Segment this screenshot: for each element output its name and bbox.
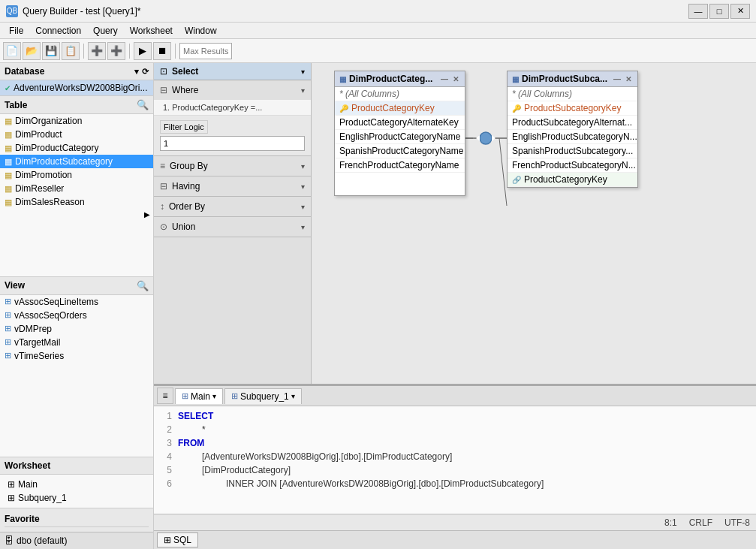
- sql-inner-join: INNER JOIN [AdventureWorksDW2008BigOrig]…: [178, 477, 544, 490]
- view-name: vTimeSeries: [14, 351, 64, 361]
- table-item-dimreseller[interactable]: ▦ DimReseller: [0, 182, 153, 195]
- toolbar-save[interactable]: 💾: [42, 42, 60, 60]
- card2-close-btn[interactable]: ✕: [624, 75, 633, 83]
- sql-tab[interactable]: ⊞ SQL: [157, 532, 198, 547]
- union-header[interactable]: ⊙ Union ▾: [154, 217, 311, 237]
- table-item-dimproductcategory[interactable]: ▦ DimProductCategory: [0, 141, 153, 155]
- view-name: vDMPrep: [14, 324, 52, 334]
- toolbar-sep1: [83, 44, 84, 59]
- worksheet-item-main[interactable]: ⊞ Main: [5, 478, 149, 491]
- worksheet-item-subquery1[interactable]: ⊞ Subquery_1: [5, 491, 149, 505]
- table-name: DimSalesReason: [15, 197, 85, 207]
- menu-bar: File Connection Query Worksheet Window: [0, 23, 756, 39]
- toolbar-add-view[interactable]: ➕: [107, 42, 125, 60]
- card2-row-french[interactable]: FrenchProductSubcategoryN...: [508, 158, 637, 173]
- table-search-icon[interactable]: 🔍: [137, 99, 149, 110]
- card2-all-cols[interactable]: * (All Columns): [508, 87, 637, 101]
- filter-logic-label: Filter Logic: [160, 120, 208, 134]
- line-num: 4: [157, 450, 172, 463]
- toolbar: 📄 📂 💾 📋 ➕ ➕ ▶ ⏹: [0, 39, 756, 63]
- orderby-header[interactable]: ↕ Order By ▾: [154, 197, 311, 216]
- table-grid-icon: ▦: [5, 116, 12, 126]
- menu-window[interactable]: Window: [179, 24, 223, 38]
- having-header[interactable]: ⊟ Having ▾: [154, 176, 311, 196]
- filter-logic-input[interactable]: [160, 136, 305, 151]
- where-condition-1[interactable]: 1. ProductCategoryKey =...: [154, 100, 311, 116]
- worksheet-icon: ⊞: [8, 479, 15, 490]
- card2-row-catkey-fk[interactable]: 🔗 ProductCategoryKey: [508, 173, 637, 187]
- view-item-vtimeseries[interactable]: ⊞ vTimeSeries: [0, 349, 153, 363]
- table-grid-icon: ▦: [5, 170, 12, 180]
- view-item-vassocseqorders[interactable]: ⊞ vAssocSeqOrders: [0, 309, 153, 322]
- main-tab-arrow: ▾: [212, 392, 216, 400]
- view-name: vTargetMail: [14, 337, 60, 348]
- minimize-button[interactable]: —: [688, 4, 708, 19]
- worksheet-name: Subquery_1: [18, 493, 67, 503]
- sql-from-table: [AdventureWorksDW2008BigOrig].[dbo].[Dim…: [178, 450, 452, 463]
- toolbar-copy[interactable]: 📋: [62, 42, 80, 60]
- sql-tab-label: SQL: [173, 535, 191, 545]
- card2-row-spanish[interactable]: SpanishProductSubcategory...: [508, 144, 637, 158]
- toolbar-open[interactable]: 📂: [23, 42, 41, 60]
- where-header[interactable]: ⊟ Where ▾: [154, 80, 311, 100]
- table-item-dimorganization[interactable]: ▦ DimOrganization: [0, 114, 153, 128]
- close-button[interactable]: ✕: [730, 4, 750, 19]
- view-tree: ⊞ vAssocSeqLineItems ⊞ vAssocSeqOrders ⊞…: [0, 295, 153, 363]
- tab-main[interactable]: ⊞ Main ▾: [175, 388, 223, 404]
- card1-row-spanish[interactable]: SpanishProductCategoryName: [335, 144, 465, 158]
- encoding: UTF-8: [724, 517, 750, 528]
- table-item-dimproduct[interactable]: ▦ DimProduct: [0, 128, 153, 141]
- card2-min-btn[interactable]: —: [612, 75, 622, 83]
- menu-connection[interactable]: Connection: [29, 24, 87, 38]
- max-results-input[interactable]: [179, 43, 232, 59]
- bottom-tabs: ≡ ⊞ Main ▾ ⊞ Subquery_1 ▾: [154, 386, 756, 406]
- sql-line-4: 4 [AdventureWorksDW2008BigOrig].[dbo].[D…: [157, 450, 753, 463]
- tab-subquery1[interactable]: ⊞ Subquery_1 ▾: [224, 388, 302, 404]
- main-tab-label: Main: [191, 391, 210, 402]
- view-search-icon[interactable]: 🔍: [137, 280, 149, 291]
- database-item[interactable]: ✔ AdventureWorksDW2008BigOri...: [0, 80, 153, 95]
- union-icon: ⊙: [160, 222, 167, 232]
- groupby-header[interactable]: ≡ Group By ▾: [154, 156, 311, 176]
- card1-min-btn[interactable]: —: [439, 75, 450, 83]
- toolbar-stop[interactable]: ⏹: [153, 42, 171, 60]
- toolbar-run[interactable]: ▶: [134, 42, 152, 60]
- bottom-list-btn[interactable]: ≡: [157, 388, 173, 404]
- view-item-vdmprep[interactable]: ⊞ vDMPrep: [0, 322, 153, 336]
- toolbar-add-table[interactable]: ➕: [88, 42, 106, 60]
- view-item-vassocseqlineitems[interactable]: ⊞ vAssocSeqLineItems: [0, 295, 153, 309]
- view-name: vAssocSeqOrders: [14, 310, 87, 321]
- card1-row-alterkey[interactable]: ProductCategoryAlternateKey: [335, 116, 465, 130]
- table-item-dimpromotion[interactable]: ▦ DimPromotion: [0, 168, 153, 182]
- card1-all-cols[interactable]: * (All Columns): [335, 87, 465, 101]
- menu-file[interactable]: File: [3, 24, 29, 38]
- menu-query[interactable]: Query: [87, 24, 124, 38]
- card2-row-alterkey[interactable]: ProductSubcategoryAlternat...: [508, 116, 637, 130]
- line-num: 2: [157, 423, 172, 436]
- maximize-button[interactable]: □: [709, 4, 729, 19]
- card1-close-btn[interactable]: ✕: [451, 75, 460, 83]
- table-scroll-right[interactable]: ▶: [144, 210, 150, 219]
- sql-tab-bar: ⊞ SQL: [154, 530, 756, 549]
- having-arrow: ▾: [301, 182, 305, 191]
- card1-row-french[interactable]: FrenchProductCategoryName: [335, 158, 465, 173]
- table-name: DimReseller: [15, 183, 64, 194]
- card2-row-subcatkey[interactable]: 🔑 ProductSubcategoryKey: [508, 101, 637, 116]
- having-section: ⊟ Having ▾: [154, 176, 311, 197]
- db-dropdown-btn[interactable]: ▾: [134, 67, 139, 77]
- card2-row-english[interactable]: EnglishProductSubcategoryN...: [508, 130, 637, 144]
- toolbar-new[interactable]: 📄: [3, 42, 21, 60]
- card1-row-english[interactable]: EnglishProductCategoryName: [335, 130, 465, 144]
- card2-title: DimProductSubca...: [522, 74, 607, 84]
- menu-worksheet[interactable]: Worksheet: [124, 24, 179, 38]
- view-item-vtargetmail[interactable]: ⊞ vTargetMail: [0, 336, 153, 349]
- table-item-dimsalesreason[interactable]: ▦ DimSalesReason: [0, 195, 153, 209]
- select-arrow: ▾: [301, 68, 305, 76]
- select-section-header[interactable]: ⊡ Select ▾: [154, 63, 311, 80]
- table-item-dimproductsubcategory[interactable]: ▦ DimProductSubcategory: [0, 155, 153, 168]
- sql-editor[interactable]: 1 SELECT 2 * 3 FROM 4 [AdventureWorksDW2…: [154, 406, 756, 514]
- pk-icon: 🔑: [339, 104, 348, 113]
- card1-row-productcategorykey[interactable]: 🔑 ProductCategoryKey: [335, 101, 465, 116]
- db-refresh-btn[interactable]: ⟳: [142, 67, 149, 77]
- table-card-2: ▦ DimProductSubca... — ✕ * (All Columns)…: [507, 71, 638, 188]
